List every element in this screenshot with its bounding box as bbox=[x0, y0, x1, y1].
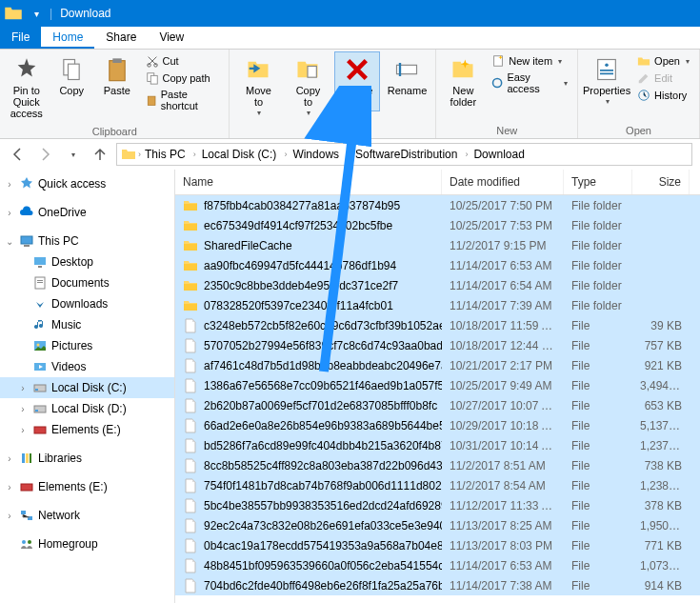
forward-button[interactable] bbox=[34, 144, 55, 165]
column-headers[interactable]: Name Date modified Type Size bbox=[175, 170, 700, 195]
list-item[interactable]: 66ad2e6e0a8e26b854e96b9383a689b5644be5f1… bbox=[175, 415, 700, 435]
crumb-1[interactable]: Local Disk (C:)› bbox=[200, 148, 290, 161]
tree-item-local-disk-d-[interactable]: ›Local Disk (D:) bbox=[0, 398, 174, 419]
copy-button[interactable]: Copy bbox=[51, 51, 93, 101]
easy-access-button[interactable]: Easy access▾ bbox=[488, 70, 571, 95]
tree-item-elements-e-[interactable]: ›Elements (E:) bbox=[0, 476, 174, 497]
breadcrumb[interactable]: › This PC› Local Disk (C:)› Windows› Sof… bbox=[116, 143, 692, 166]
list-item[interactable]: 92ec2c4a73c832e08b26e691efa033ce5e3e9400… bbox=[175, 515, 700, 535]
copy-path-button[interactable]: Copy path bbox=[142, 70, 224, 86]
open-button[interactable]: Open▾ bbox=[633, 53, 693, 69]
col-size[interactable]: Size bbox=[632, 170, 690, 194]
new-folder-button[interactable]: New folder bbox=[442, 51, 484, 112]
svg-rect-35 bbox=[26, 453, 29, 463]
tree-item-desktop[interactable]: Desktop bbox=[0, 251, 174, 272]
list-item[interactable]: 48b8451bf095963539660a0f056c2eba541554ce… bbox=[175, 555, 700, 575]
expand-icon[interactable]: › bbox=[4, 511, 15, 521]
edit-button[interactable]: Edit bbox=[633, 70, 693, 86]
list-item[interactable]: bd5286f7a6cd89e99fc404dbb4b215a3620f4b87… bbox=[175, 435, 700, 455]
cut-button[interactable]: Cut bbox=[142, 53, 224, 69]
history-button[interactable]: History bbox=[633, 88, 693, 103]
svg-point-41 bbox=[28, 540, 31, 544]
svg-rect-34 bbox=[22, 453, 25, 463]
tree-item-homegroup[interactable]: Homegroup bbox=[0, 533, 174, 554]
svg-point-27 bbox=[37, 344, 40, 347]
pin-to-quick-access-button[interactable]: Pin to Quick access bbox=[6, 51, 48, 124]
folder-icon bbox=[121, 147, 136, 162]
crumb-3[interactable]: SoftwareDistribution› bbox=[353, 148, 470, 161]
svg-rect-8 bbox=[148, 96, 155, 105]
col-date[interactable]: Date modified bbox=[442, 170, 564, 194]
tree-item-downloads[interactable]: Downloads bbox=[0, 293, 174, 314]
list-item[interactable]: 704bd6c2fde40bff6498eb6e26f8f1fa25a25a76… bbox=[175, 575, 700, 595]
svg-rect-21 bbox=[34, 257, 46, 265]
tab-share[interactable]: Share bbox=[94, 27, 148, 49]
svg-rect-25 bbox=[37, 282, 43, 283]
qat-dropdown-icon[interactable]: ▾ bbox=[27, 4, 46, 23]
list-item[interactable]: 1386a67e56568e7cc09b6521f46aed9b1a057f51… bbox=[175, 375, 700, 395]
list-item[interactable]: f875fbb4cab0384277a81aa637874b9510/25/20… bbox=[175, 195, 700, 215]
list-item[interactable]: SharedFileCache11/2/2017 9:15 PMFile fol… bbox=[175, 235, 700, 255]
history-dropdown[interactable]: ▾ bbox=[63, 144, 84, 165]
list-item[interactable]: 5bc4be38557bb9938353516ed2dcd24afd692898… bbox=[175, 495, 700, 515]
list-item[interactable]: ec675349df4914cf97f2534702bc5fbe10/25/20… bbox=[175, 215, 700, 235]
tree-item-onedrive[interactable]: ›OneDrive bbox=[0, 202, 174, 223]
properties-button[interactable]: Properties▾ bbox=[584, 51, 630, 111]
paste-shortcut-button[interactable]: Paste shortcut bbox=[142, 88, 224, 112]
list-item[interactable]: c3248eb572cb5f82e60ce9c6d73cfbf39b1052ae… bbox=[175, 315, 700, 335]
copy-to-button[interactable]: Copy to▾ bbox=[285, 51, 330, 123]
pin-label: Pin to Quick access bbox=[9, 85, 45, 119]
list-item[interactable]: 078328520f5397ce2340f0f11a4fcb0111/14/20… bbox=[175, 295, 700, 315]
svg-rect-22 bbox=[38, 266, 42, 268]
star-icon bbox=[19, 176, 34, 191]
tree-item-music[interactable]: Music bbox=[0, 314, 174, 335]
crumb-0[interactable]: This PC› bbox=[143, 148, 198, 161]
folder-icon bbox=[4, 4, 23, 23]
move-to-button[interactable]: Move to▾ bbox=[235, 51, 281, 123]
expand-icon[interactable]: › bbox=[4, 179, 15, 190]
list-item[interactable]: 8cc8b58525c4ff892c8a803eba387d22b096d432… bbox=[175, 455, 700, 475]
tree-item-quick-access[interactable]: ›Quick access bbox=[0, 173, 174, 194]
expand-icon[interactable]: › bbox=[4, 453, 15, 464]
expand-icon[interactable]: › bbox=[17, 425, 29, 435]
list-item[interactable]: aa90fbc469947d5fc44414b786df1b9411/14/20… bbox=[175, 255, 700, 275]
tree-item-documents[interactable]: Documents bbox=[0, 272, 174, 293]
disk-icon bbox=[32, 401, 48, 416]
crumb-2[interactable]: Windows› bbox=[290, 148, 351, 161]
crumb-4[interactable]: Download bbox=[471, 148, 526, 161]
tree-item-pictures[interactable]: Pictures bbox=[0, 335, 174, 356]
tree-item-this-pc[interactable]: ⌄This PC bbox=[0, 231, 174, 251]
list-item[interactable]: 2b620b87a0069ef5cf701d2e6837085bfff0b8fc… bbox=[175, 395, 700, 415]
tab-file[interactable]: File bbox=[0, 27, 41, 49]
tree-item-libraries[interactable]: ›Libraries bbox=[0, 448, 174, 469]
list-item[interactable]: 5707052b27994e56f839cf7c8c6d74c93aa0bad3… bbox=[175, 335, 700, 355]
tree-item-network[interactable]: ›Network bbox=[0, 505, 174, 526]
expand-icon[interactable]: › bbox=[17, 404, 29, 414]
list-item[interactable]: 0b4cac19a178ecdd575419353a9a568a7b04e8a4… bbox=[175, 535, 700, 555]
group-new: New folder New item▾ Easy access▾ New bbox=[436, 50, 578, 138]
tab-view[interactable]: View bbox=[148, 27, 195, 49]
tree-item-videos[interactable]: Videos bbox=[0, 356, 174, 377]
list-item[interactable]: af7461c48d7b5d1d98b8b8eabbdeabc20496e7ae… bbox=[175, 355, 700, 375]
nav-tree[interactable]: ›Quick access›OneDrive⌄This PCDesktopDoc… bbox=[0, 170, 175, 603]
new-item-button[interactable]: New item▾ bbox=[488, 53, 571, 69]
svg-rect-7 bbox=[150, 75, 157, 84]
rename-button[interactable]: Rename bbox=[384, 51, 430, 101]
group-organize: Move to▾ Copy to▾ Delete▾ Rename Organiz… bbox=[230, 50, 436, 138]
group-new-label: New bbox=[442, 123, 571, 138]
expand-icon[interactable]: ⌄ bbox=[4, 236, 15, 247]
paste-button[interactable]: Paste bbox=[96, 51, 138, 101]
expand-icon[interactable]: › bbox=[17, 383, 29, 393]
expand-icon[interactable]: › bbox=[4, 208, 15, 218]
col-type[interactable]: Type bbox=[564, 170, 632, 194]
back-button[interactable] bbox=[8, 144, 29, 165]
list-item[interactable]: 754f0f1481b7d8cab74b768f9ab006d1111d8023… bbox=[175, 475, 700, 495]
expand-icon[interactable]: › bbox=[4, 482, 15, 492]
tree-item-local-disk-c-[interactable]: ›Local Disk (C:) bbox=[0, 377, 174, 398]
up-button[interactable] bbox=[90, 144, 110, 165]
tree-item-elements-e-[interactable]: ›Elements (E:) bbox=[0, 419, 174, 440]
tab-home[interactable]: Home bbox=[41, 27, 94, 49]
delete-button[interactable]: Delete▾ bbox=[334, 51, 380, 111]
list-item[interactable]: 2350c9c8bbe3ddeb4e952fdc371ce2f711/14/20… bbox=[175, 275, 700, 295]
col-name[interactable]: Name bbox=[175, 170, 442, 194]
